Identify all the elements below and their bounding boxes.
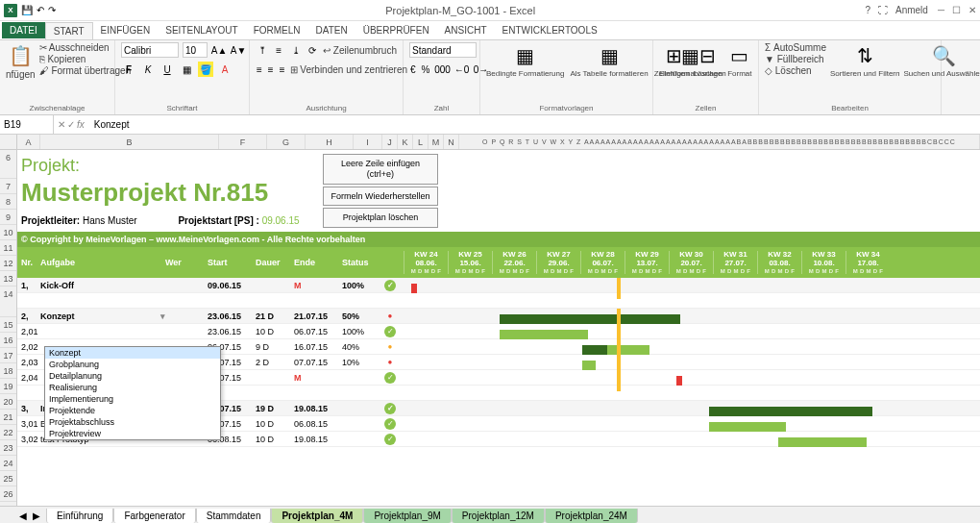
merge-button[interactable]: ⊞ Verbinden und zentrieren — [290, 64, 408, 75]
row-hdr[interactable]: 7 — [0, 179, 16, 194]
italic-button[interactable]: K — [140, 62, 156, 77]
tab-layout[interactable]: SEITENLAYOUT — [158, 22, 245, 38]
accept-formula-icon[interactable]: ✓ — [67, 119, 75, 130]
row-hdr[interactable]: 11 — [0, 240, 16, 256]
number-format-select[interactable] — [409, 42, 477, 58]
formula-input[interactable] — [88, 119, 980, 130]
row-hdr[interactable]: 12 — [0, 256, 16, 271]
dropdown-item[interactable]: Implementierung — [45, 393, 220, 405]
increase-font-icon[interactable]: A▲ — [211, 42, 227, 58]
currency-icon[interactable]: € — [409, 62, 417, 77]
row-hdr[interactable]: 19 — [0, 379, 16, 394]
row-hdr[interactable]: 24 — [0, 456, 16, 471]
align-left-icon[interactable]: ≡ — [256, 62, 263, 77]
qat-save-icon[interactable]: 💾 — [21, 5, 33, 15]
align-right-icon[interactable]: ≡ — [279, 62, 286, 77]
align-top-icon[interactable]: ⤒ — [256, 42, 269, 58]
sort-filter-icon[interactable]: ⇅ — [851, 42, 878, 69]
window-minimize-icon[interactable]: ─ — [938, 5, 944, 15]
sheet-tab[interactable]: Projektplan_12M — [452, 509, 545, 523]
row-hdr[interactable]: 6 — [0, 150, 16, 179]
start-date[interactable]: 09.06.15 — [262, 215, 300, 226]
qat-undo-icon[interactable]: ↶ — [37, 5, 44, 15]
align-middle-icon[interactable]: ≡ — [273, 42, 286, 58]
align-center-icon[interactable]: ≡ — [267, 62, 275, 77]
select-all-corner[interactable] — [0, 135, 17, 150]
row-hdr[interactable]: 27 — [0, 502, 16, 506]
clear-button[interactable]: ◇ Löschen — [765, 65, 826, 76]
insert-row-button[interactable]: Leere Zeile einfügen (ctrl+e) — [323, 154, 438, 185]
window-help-icon[interactable]: ? — [865, 5, 870, 15]
tab-insert[interactable]: EINFÜGEN — [93, 22, 159, 38]
decrease-font-icon[interactable]: A▼ — [231, 42, 246, 58]
orientation-icon[interactable]: ⟳ — [306, 42, 320, 58]
tab-data[interactable]: DATEN — [308, 22, 355, 38]
sheet-tab[interactable]: Projektplan_4M — [271, 509, 363, 523]
tab-nav-prev-icon[interactable]: ◀ — [19, 511, 27, 521]
task-row[interactable]: 2,01 23.06.15 10 D 06.07.15 100% ✓ — [17, 324, 980, 339]
sheet-tab[interactable]: Stammdaten — [196, 509, 272, 523]
col-hdr-b[interactable]: B — [40, 135, 219, 149]
window-restore-icon[interactable]: ⛶ — [878, 5, 888, 15]
paste-icon[interactable]: 📋 — [7, 42, 34, 69]
col-hdr-i[interactable]: I — [354, 135, 382, 149]
sheet-tab[interactable]: Farbgenerator — [113, 509, 195, 523]
dropdown-item[interactable]: Realisierung — [45, 382, 220, 393]
table-format-icon[interactable]: ▦ — [596, 42, 623, 69]
insert-cells-icon[interactable]: ⊞ — [661, 42, 688, 69]
wrap-text-button[interactable]: ↩ Zeilenumbruch — [323, 45, 397, 56]
border-icon[interactable]: ▦ — [179, 62, 194, 77]
row-hdr[interactable]: 25 — [0, 471, 16, 486]
col-hdr-g[interactable]: G — [267, 135, 306, 149]
sheet-tab[interactable]: Projektplan_24M — [545, 509, 638, 523]
tab-nav-next-icon[interactable]: ▶ — [33, 511, 40, 521]
col-hdr-timeline[interactable]: O P Q R S T U V W X Y Z AAAAAAAAAAAAAAAA… — [459, 135, 980, 149]
window-maximize-icon[interactable]: ☐ — [952, 5, 961, 15]
task-row[interactable] — [17, 293, 980, 309]
project-name[interactable]: Musterprojekt Nr.815 — [21, 178, 319, 208]
col-hdr-m[interactable]: M — [429, 135, 444, 149]
col-hdr-k[interactable]: K — [398, 135, 413, 149]
delete-plan-button[interactable]: Projektplan löschen — [323, 208, 438, 228]
task-dropdown[interactable]: KonzeptGrobplanungDetailplanungRealisier… — [44, 346, 221, 440]
col-hdr-l[interactable]: L — [413, 135, 429, 149]
name-box[interactable]: B19 — [0, 115, 54, 134]
find-select-icon[interactable]: 🔍 — [930, 42, 957, 69]
qat-redo-icon[interactable]: ↷ — [48, 5, 56, 15]
login-link[interactable]: Anmeld — [895, 5, 928, 15]
sheet-tab[interactable]: Einführung — [46, 509, 113, 523]
row-hdr[interactable]: 18 — [0, 363, 16, 379]
tab-formulas[interactable]: FORMELN — [246, 22, 308, 38]
fill-button[interactable]: ▼ Füllbereich — [765, 54, 826, 64]
row-hdr[interactable]: 10 — [0, 225, 16, 240]
dropdown-item[interactable]: Konzept — [45, 347, 220, 359]
font-size-select[interactable] — [183, 42, 208, 58]
task-row[interactable]: 2, Konzept ▾ 23.06.15 21 D 21.07.15 50% … — [17, 309, 980, 324]
window-close-icon[interactable]: ✕ — [968, 5, 976, 15]
leader-name[interactable]: Hans Muster — [83, 215, 137, 226]
row-hdr[interactable]: 14 — [0, 286, 16, 317]
tab-review[interactable]: ÜBERPRÜFEN — [355, 22, 437, 38]
row-hdr[interactable]: 13 — [0, 271, 16, 286]
row-hdr[interactable]: 23 — [0, 440, 16, 456]
tab-devtools[interactable]: ENTWICKLERTOOLS — [495, 22, 605, 38]
dropdown-item[interactable]: Projektende — [45, 405, 220, 416]
decimal-inc-icon[interactable]: ←0 — [453, 62, 469, 77]
cond-format-icon[interactable]: ▦ — [512, 42, 539, 69]
dropdown-item[interactable]: Projektreview — [45, 428, 220, 439]
bold-button[interactable]: F — [121, 62, 136, 77]
col-hdr-j[interactable]: J — [382, 135, 398, 149]
font-name-select[interactable] — [121, 42, 179, 58]
tab-view[interactable]: ANSICHT — [437, 22, 495, 38]
row-hdr[interactable]: 22 — [0, 425, 16, 440]
percent-icon[interactable]: % — [421, 62, 431, 77]
dropdown-item[interactable]: Detailplanung — [45, 370, 220, 382]
dropdown-item[interactable]: Grobplanung — [45, 359, 220, 370]
row-hdr[interactable]: 15 — [0, 317, 16, 333]
col-hdr-h[interactable]: H — [306, 135, 354, 149]
fill-color-icon[interactable]: 🪣 — [198, 62, 213, 77]
font-color-icon[interactable]: A — [217, 62, 233, 77]
row-hdr[interactable]: 17 — [0, 348, 16, 363]
col-hdr-f[interactable]: F — [219, 135, 267, 149]
col-hdr-n[interactable]: N — [444, 135, 459, 149]
